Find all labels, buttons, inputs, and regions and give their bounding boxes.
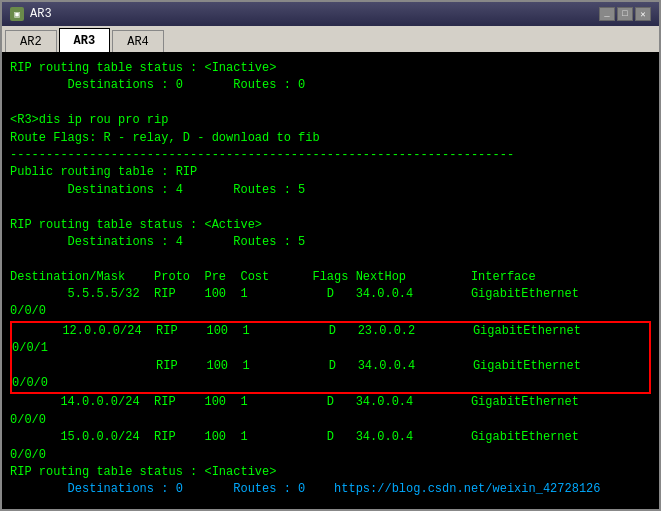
route-row-1b: 0/0/0 [10,303,651,320]
close-button[interactable]: ✕ [635,7,651,21]
line-6: ----------------------------------------… [10,147,651,164]
line-8: Destinations : 4 Routes : 5 [10,182,651,199]
route-row-2b: 0/0/1 [12,340,649,357]
line-inactive: RIP routing table status : <Inactive> [10,464,651,481]
line-10: RIP routing table status : <Active> [10,217,651,234]
line-4: <R3>dis ip rou pro rip [10,112,651,129]
tab-ar2[interactable]: AR2 [5,30,57,52]
route-row-4b: 0/0/0 [10,412,651,429]
tab-bar: AR2 AR3 AR4 [2,26,659,54]
table-header: Destination/Mask Proto Pre Cost Flags Ne… [10,269,651,286]
line-3 [10,95,651,112]
line-1: RIP routing table status : <Inactive> [10,60,651,77]
line-7: Public routing table : RIP [10,164,651,181]
route-row-5b: 0/0/0 [10,447,651,464]
title-bar: ▣ AR3 _ □ ✕ [2,2,659,26]
route-row-1a: 5.5.5.5/32 RIP 100 1 D 34.0.0.4 GigabitE… [10,286,651,303]
route-row-5a: 15.0.0.0/24 RIP 100 1 D 34.0.0.4 Gigabit… [10,429,651,446]
line-url: Destinations : 0 Routes : 0 https://blog… [10,481,651,498]
red-border-section: 12.0.0.0/24 RIP 100 1 D 23.0.0.2 Gigabit… [10,321,651,395]
main-window: ▣ AR3 _ □ ✕ AR2 AR3 AR4 RIP routing tabl… [0,0,661,511]
line-11: Destinations : 4 Routes : 5 [10,234,651,251]
app-icon: ▣ [10,7,24,21]
title-bar-left: ▣ AR3 [10,7,52,21]
window-title: AR3 [30,7,52,21]
line-5: Route Flags: R - relay, D - download to … [10,130,651,147]
title-bar-controls: _ □ ✕ [599,7,651,21]
maximize-button[interactable]: □ [617,7,633,21]
route-row-2a: 12.0.0.0/24 RIP 100 1 D 23.0.0.2 Gigabit… [12,323,649,340]
minimize-button[interactable]: _ [599,7,615,21]
tab-ar3[interactable]: AR3 [59,28,111,52]
line-9 [10,199,651,216]
line-2: Destinations : 0 Routes : 0 [10,77,651,94]
route-row-4a: 14.0.0.0/24 RIP 100 1 D 34.0.0.4 Gigabit… [10,394,651,411]
tab-ar4[interactable]: AR4 [112,30,164,52]
route-row-3a: RIP 100 1 D 34.0.0.4 GigabitEthernet [12,358,649,375]
route-row-3b: 0/0/0 [12,375,649,392]
terminal-content: RIP routing table status : <Inactive> De… [2,54,659,509]
line-12 [10,251,651,268]
